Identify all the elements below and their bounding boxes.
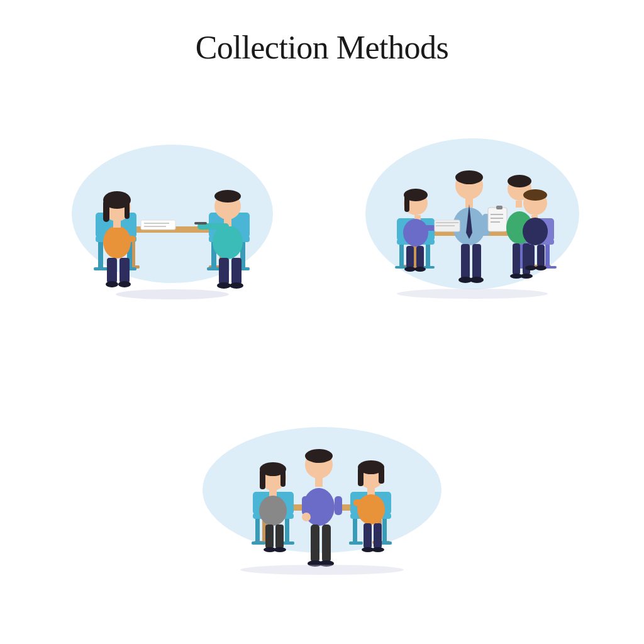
svg-rect-61: [404, 194, 409, 212]
svg-point-83: [470, 277, 484, 283]
svg-rect-144: [358, 467, 364, 486]
svg-rect-65: [416, 246, 424, 268]
svg-rect-78: [491, 218, 503, 219]
svg-rect-15: [125, 200, 130, 219]
svg-rect-77: [491, 214, 503, 215]
svg-point-66: [404, 267, 416, 272]
svg-rect-110: [255, 519, 260, 544]
svg-point-39: [217, 282, 231, 289]
svg-rect-35: [144, 223, 169, 224]
svg-point-132: [305, 449, 333, 463]
svg-rect-148: [353, 499, 375, 506]
svg-rect-149: [364, 523, 372, 548]
svg-point-103: [397, 289, 548, 299]
svg-point-126: [259, 496, 287, 526]
svg-rect-96: [527, 245, 535, 267]
svg-rect-34: [141, 220, 175, 230]
conversation-svg: [190, 399, 454, 581]
svg-point-130: [274, 547, 286, 552]
svg-rect-124: [280, 469, 286, 487]
svg-rect-117: [382, 519, 387, 544]
svg-point-95: [523, 218, 548, 245]
svg-point-40: [230, 282, 243, 289]
illustrations-container: [0, 66, 644, 644]
svg-rect-86: [516, 201, 522, 208]
svg-rect-88: [513, 243, 520, 275]
svg-rect-116: [353, 519, 357, 544]
svg-rect-17: [107, 258, 117, 283]
svg-rect-139: [322, 525, 331, 562]
svg-point-137: [302, 513, 311, 521]
svg-point-20: [106, 281, 118, 287]
svg-point-67: [414, 267, 426, 272]
svg-rect-101: [436, 222, 458, 223]
conversation-illustration: [174, 355, 470, 626]
svg-rect-36: [144, 226, 166, 227]
svg-point-152: [372, 547, 384, 552]
svg-point-28: [213, 225, 243, 259]
svg-rect-118: [349, 541, 363, 545]
svg-rect-136: [335, 496, 342, 515]
svg-point-99: [535, 265, 547, 270]
svg-rect-33: [194, 222, 207, 225]
svg-point-30: [214, 190, 241, 203]
svg-rect-112: [252, 541, 265, 545]
svg-rect-76: [496, 206, 502, 209]
svg-rect-123: [260, 469, 265, 489]
svg-point-98: [525, 265, 536, 270]
svg-rect-55: [545, 245, 550, 269]
svg-rect-49: [426, 245, 430, 269]
svg-rect-38: [231, 258, 242, 284]
svg-rect-75: [488, 208, 507, 231]
svg-rect-80: [461, 244, 470, 279]
svg-rect-19: [117, 236, 136, 242]
svg-rect-6: [98, 242, 103, 270]
svg-point-21: [118, 281, 131, 287]
svg-rect-14: [103, 200, 109, 222]
svg-point-70: [455, 170, 483, 184]
svg-rect-135: [302, 496, 309, 515]
svg-point-93: [523, 189, 547, 201]
svg-rect-138: [311, 525, 319, 562]
svg-rect-18: [119, 258, 130, 283]
svg-point-153: [240, 565, 404, 575]
svg-rect-150: [374, 523, 382, 548]
svg-rect-128: [275, 525, 284, 548]
svg-rect-102: [436, 225, 455, 226]
svg-rect-16: [113, 220, 121, 228]
svg-rect-64: [406, 246, 414, 268]
svg-rect-97: [537, 245, 545, 267]
svg-point-85: [508, 175, 531, 187]
interview-illustration: [25, 79, 319, 349]
svg-rect-127: [265, 525, 274, 548]
svg-rect-48: [399, 245, 404, 269]
svg-point-41: [116, 289, 229, 299]
svg-rect-133: [315, 478, 323, 487]
svg-rect-37: [219, 258, 229, 284]
interview-svg: [72, 126, 273, 302]
focus-group-illustration: [325, 79, 619, 349]
svg-point-147: [357, 494, 385, 525]
svg-rect-145: [379, 467, 384, 484]
svg-point-63: [403, 219, 428, 247]
svg-rect-111: [285, 519, 289, 544]
page-title: Collection Methods: [196, 29, 449, 66]
focus-group-svg: [359, 123, 586, 305]
svg-rect-79: [491, 221, 500, 223]
svg-point-91: [520, 274, 533, 279]
svg-rect-81: [472, 244, 481, 279]
